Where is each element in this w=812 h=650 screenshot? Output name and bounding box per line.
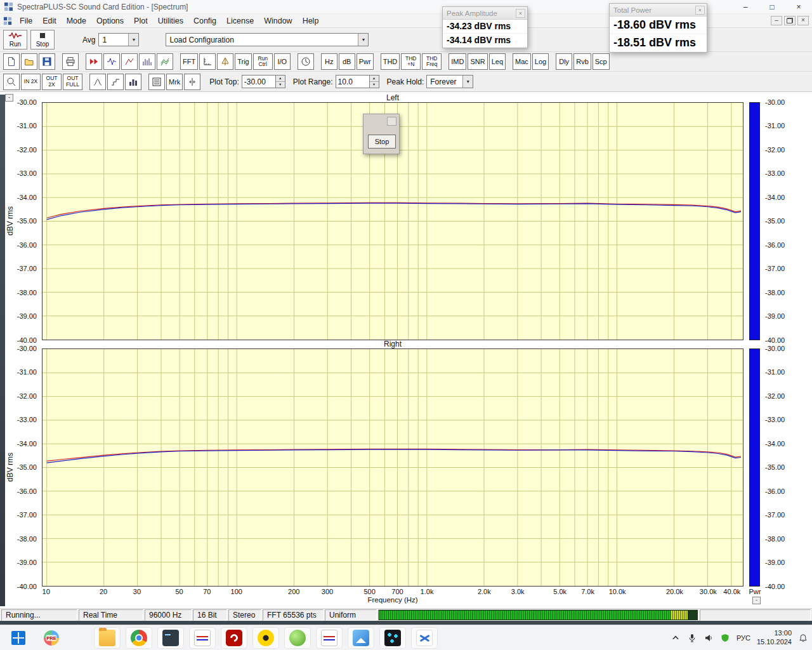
spectra-sc-2-taskbar-button[interactable]	[316, 627, 343, 649]
trigger-button[interactable]: Trig	[235, 53, 252, 70]
speaker-icon[interactable]	[704, 633, 714, 643]
line-plot-icon[interactable]	[121, 53, 138, 70]
chrome-taskbar-button[interactable]	[126, 627, 152, 649]
green-app-taskbar-button[interactable]	[284, 627, 311, 649]
fast-forward-icon[interactable]	[86, 53, 102, 70]
hz-button[interactable]: Hz	[321, 53, 337, 70]
snr-button[interactable]: SNR	[468, 53, 487, 70]
menu-mode[interactable]: Mode	[62, 15, 91, 27]
level-meter	[378, 609, 698, 621]
stop-dialog-stop-button[interactable]: Stop	[368, 135, 396, 149]
plot-range-input[interactable]	[336, 75, 370, 88]
menu-window[interactable]: Window	[259, 15, 297, 27]
new-file-icon[interactable]	[3, 53, 20, 70]
spin-up-icon[interactable]: ▲	[276, 76, 285, 82]
io-button[interactable]: I/O	[274, 53, 291, 70]
maximize-button[interactable]: □	[759, 0, 785, 14]
child-close-button[interactable]: ×	[797, 16, 809, 25]
menu-license[interactable]: License	[221, 15, 259, 27]
minimize-button[interactable]: –	[732, 0, 759, 14]
print-icon[interactable]	[62, 53, 79, 70]
spectrum-plot-right[interactable]	[42, 348, 743, 587]
fft-button[interactable]: FFT	[180, 53, 198, 70]
clock-icon[interactable]	[298, 53, 314, 70]
db-button[interactable]: dB	[339, 53, 355, 70]
spectra-sc-taskbar-button[interactable]	[189, 627, 216, 649]
menu-edit[interactable]: Edit	[37, 15, 62, 27]
widgets-button[interactable]: PRE	[38, 627, 65, 649]
load-configuration-dropdown[interactable]: Load Configuration ▼	[166, 33, 369, 46]
spin-up-icon[interactable]: ▲	[370, 76, 379, 82]
child-minimize-button[interactable]: –	[771, 16, 782, 25]
chevron-down-icon[interactable]: ▼	[358, 34, 368, 46]
notifications-bell-icon[interactable]	[798, 633, 808, 643]
waveform-zoom-icon[interactable]	[103, 53, 120, 70]
thd-n-button[interactable]: THD +N	[401, 53, 421, 70]
zoom-icon[interactable]	[3, 74, 20, 90]
legend-icon[interactable]	[148, 74, 165, 90]
close-icon[interactable]: ×	[516, 9, 525, 18]
run-control-button[interactable]: Run Ctrl	[253, 53, 273, 70]
pwr-button[interactable]: Pwr	[357, 53, 374, 70]
step-plot-icon[interactable]	[107, 74, 124, 90]
stop-button[interactable]: Stop	[30, 30, 55, 50]
zoom-out-full-button[interactable]: OUT FULL	[63, 74, 82, 90]
menu-config[interactable]: Config	[188, 15, 221, 27]
antivirus-icon[interactable]	[720, 633, 730, 643]
zoom-in-2x-button[interactable]: IN 2X	[21, 74, 41, 90]
open-file-icon[interactable]	[21, 53, 37, 70]
thd-button[interactable]: THD	[381, 53, 400, 70]
meter-collapse-button[interactable]: -	[752, 597, 761, 604]
leq-button[interactable]: Leq	[489, 53, 506, 70]
run-button[interactable]: Run	[3, 30, 27, 50]
axes-icon[interactable]	[199, 53, 216, 70]
close-button[interactable]: ×	[785, 0, 812, 14]
photos-taskbar-button[interactable]	[348, 627, 374, 649]
spin-down-icon[interactable]: ▼	[276, 82, 285, 88]
dev-app-taskbar-button[interactable]	[379, 627, 406, 649]
menu-utilities[interactable]: Utilities	[153, 15, 188, 27]
menu-file[interactable]: File	[15, 15, 37, 27]
zoom-out-2x-button[interactable]: OUT 2X	[42, 74, 62, 90]
scope-button[interactable]: Scp	[593, 53, 610, 70]
macro-button[interactable]: Mac	[513, 53, 531, 70]
chevron-down-icon[interactable]: ▼	[462, 76, 473, 88]
clock[interactable]: 13:00 15.10.2024	[757, 629, 792, 647]
surface-plot-icon[interactable]	[157, 53, 173, 70]
start-button[interactable]	[5, 627, 32, 649]
avg-dropdown[interactable]: 1 ▼	[98, 33, 139, 46]
thd-freq-button[interactable]: THD Freq	[422, 53, 442, 70]
media-player-taskbar-button[interactable]	[252, 627, 279, 649]
x-tick-label: 20.0k	[666, 588, 683, 595]
stop-dialog-mini-button[interactable]	[387, 117, 396, 126]
folder-taskbar-button[interactable]	[94, 627, 121, 649]
child-restore-button[interactable]	[784, 16, 796, 25]
menu-options[interactable]: Options	[91, 15, 129, 27]
y-tick-label: -39.00	[17, 559, 37, 567]
delay-button[interactable]: Dly	[556, 53, 572, 70]
menu-help[interactable]: Help	[298, 15, 324, 27]
cursor-marker-icon[interactable]	[184, 74, 200, 90]
log-button[interactable]: Log	[532, 53, 549, 70]
acrobat-taskbar-button[interactable]	[221, 627, 247, 649]
save-icon[interactable]	[39, 53, 55, 70]
menu-plot[interactable]: Plot	[129, 15, 153, 27]
snip-taskbar-button[interactable]	[411, 627, 438, 649]
close-icon[interactable]: ×	[695, 6, 705, 15]
marker-button[interactable]: Mrk	[166, 74, 183, 90]
tray-chevron-up-icon[interactable]	[671, 633, 681, 643]
peak-curve-icon[interactable]	[89, 74, 106, 90]
console-taskbar-button[interactable]	[157, 627, 184, 649]
plot-top-input[interactable]	[242, 75, 276, 88]
microphone-icon[interactable]	[687, 633, 697, 643]
chevron-down-icon[interactable]: ▼	[128, 34, 138, 46]
spectrum-plot-icon[interactable]	[139, 53, 155, 70]
bar-graph-icon[interactable]	[125, 74, 141, 90]
language-indicator[interactable]: РУС	[737, 634, 750, 642]
amplitude-scale-icon[interactable]	[217, 53, 233, 70]
peak-hold-dropdown[interactable]: Forever ▼	[426, 75, 473, 88]
reverb-button[interactable]: Rvb	[573, 53, 591, 70]
y-tick-label: -30.00	[765, 98, 785, 107]
spin-down-icon[interactable]: ▼	[370, 82, 379, 88]
imd-button[interactable]: IMD	[449, 53, 466, 70]
